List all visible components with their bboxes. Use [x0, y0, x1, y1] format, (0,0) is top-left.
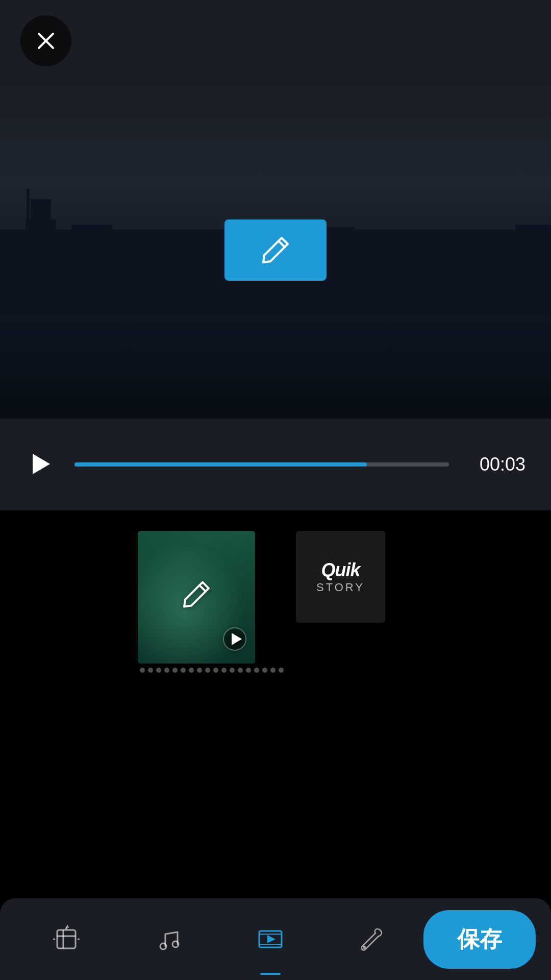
svg-rect-14 — [515, 225, 551, 316]
save-button-label: 保存 — [457, 924, 502, 954]
close-button[interactable] — [20, 15, 71, 66]
water-reflection — [0, 316, 551, 419]
toolbar-effects-button[interactable] — [15, 898, 117, 980]
quik-brand-name: Quik — [316, 559, 365, 581]
svg-marker-26 — [267, 935, 276, 943]
video-controls: 00:03 — [0, 419, 551, 510]
clip-thumbnail-1 — [138, 531, 255, 664]
story-label: STORY — [316, 581, 365, 594]
svg-rect-4 — [26, 219, 56, 316]
pencil-icon — [259, 234, 292, 266]
toolbar-clips-button[interactable] — [219, 898, 321, 980]
music-icon — [154, 925, 183, 953]
clips-timeline: Quik STORY — [0, 510, 551, 693]
svg-point-22 — [65, 927, 67, 929]
clip-play-icon — [222, 627, 247, 653]
svg-rect-12 — [413, 237, 449, 316]
edit-overlay-button[interactable] — [224, 219, 327, 281]
video-preview — [0, 82, 551, 419]
bottom-toolbar: 保存 — [0, 898, 551, 980]
time-display: 00:03 — [469, 454, 525, 475]
effects-icon — [52, 925, 81, 953]
svg-rect-19 — [57, 930, 76, 948]
svg-rect-15 — [27, 189, 30, 230]
play-icon — [26, 450, 54, 478]
quik-logo: Quik STORY — [316, 559, 365, 594]
close-icon — [35, 30, 57, 52]
toolbar-settings-button[interactable] — [321, 898, 423, 980]
progress-fill — [74, 462, 367, 467]
save-button[interactable]: 保存 — [423, 910, 536, 969]
svg-rect-13 — [459, 230, 505, 316]
svg-rect-11 — [362, 232, 403, 316]
clip-dots — [138, 668, 286, 673]
clip-edit-icon — [180, 578, 213, 613]
clip-item-2[interactable]: Quik STORY — [296, 531, 385, 623]
settings-icon — [358, 925, 387, 953]
progress-bar[interactable] — [74, 462, 449, 467]
clips-icon — [256, 925, 285, 953]
toolbar-music-button[interactable] — [117, 898, 219, 980]
svg-rect-10 — [327, 227, 355, 316]
top-bar — [0, 0, 551, 82]
svg-point-29 — [363, 946, 366, 949]
svg-marker-16 — [33, 454, 50, 474]
quik-story-thumbnail: Quik STORY — [296, 531, 385, 623]
svg-rect-6 — [122, 235, 153, 316]
clip-item-1[interactable] — [138, 531, 286, 673]
svg-rect-5 — [71, 225, 112, 316]
svg-rect-7 — [163, 240, 214, 316]
play-button[interactable] — [26, 450, 54, 480]
